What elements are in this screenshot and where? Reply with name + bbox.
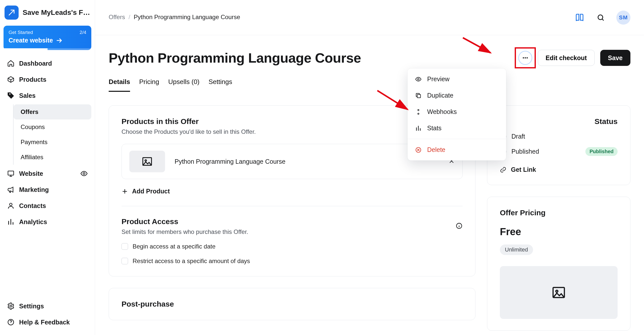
eye-icon	[415, 76, 422, 82]
brand[interactable]: Save MyLeads's F…	[5, 6, 90, 20]
svg-rect-0	[8, 171, 14, 175]
docs-button[interactable]	[574, 12, 585, 23]
subnav-affiliates[interactable]: Affiliates	[14, 150, 91, 165]
info-button[interactable]	[456, 222, 463, 230]
radio-label: Draft	[511, 133, 525, 140]
save-button[interactable]: Save	[600, 50, 630, 66]
nav-label: Products	[19, 76, 46, 83]
svg-rect-15	[417, 94, 421, 98]
avatar[interactable]: SM	[616, 11, 630, 25]
info-icon	[456, 222, 463, 229]
getting-started-card[interactable]: Get Started 2/4 Create website	[4, 26, 91, 50]
tab-details[interactable]: Details	[109, 78, 130, 92]
section-title: Product Access	[122, 217, 248, 226]
menu-preview[interactable]: Preview	[408, 71, 506, 87]
menu-webhooks[interactable]: Webhooks	[408, 104, 506, 120]
plus-icon	[122, 188, 128, 195]
section-title: Offer Pricing	[500, 208, 618, 217]
subnav-coupons[interactable]: Coupons	[14, 119, 91, 135]
checkbox-label: Begin access at a specific date	[133, 243, 216, 250]
subnav-payments[interactable]: Payments	[14, 135, 91, 150]
link-icon	[500, 166, 506, 173]
nav-products[interactable]: Products	[4, 72, 91, 87]
menu-label: Stats	[427, 124, 441, 132]
image-icon	[551, 285, 566, 300]
nav-analytics[interactable]: Analytics	[4, 214, 91, 230]
tab-settings[interactable]: Settings	[209, 78, 232, 92]
nav-label: Analytics	[19, 218, 47, 226]
cta-progress-bar	[4, 48, 91, 50]
more-menu: Preview Duplicate Webhooks Stats Delete	[408, 68, 506, 160]
edit-checkout-button[interactable]: Edit checkout	[538, 50, 595, 66]
svg-point-2	[10, 203, 12, 206]
svg-point-7	[525, 57, 526, 59]
svg-point-1	[83, 173, 85, 175]
add-product-button[interactable]: Add Product	[122, 188, 463, 195]
eye-icon[interactable]	[80, 170, 88, 177]
stats-icon	[415, 125, 422, 132]
menu-duplicate[interactable]: Duplicate	[408, 87, 506, 104]
status-panel: Status Draft Published Published Get Lin…	[487, 105, 630, 185]
nav-settings[interactable]: Settings	[4, 298, 91, 314]
breadcrumb-root[interactable]: Offers	[109, 14, 125, 21]
checkbox-begin-date[interactable]: Begin access at a specific date	[122, 243, 463, 250]
more-button[interactable]	[518, 51, 532, 65]
topbar: Offers / Python Programming Language Cou…	[95, 0, 644, 35]
checkbox-icon	[122, 243, 128, 250]
page-title: Python Programming Language Course	[109, 50, 361, 66]
menu-label: Duplicate	[427, 92, 453, 99]
delete-icon	[415, 147, 422, 153]
subnav-offers[interactable]: Offers	[14, 104, 91, 119]
chart-icon	[7, 218, 15, 226]
breadcrumb-sep: /	[129, 14, 130, 21]
status-option-draft[interactable]: Draft	[500, 133, 618, 140]
tab-pricing[interactable]: Pricing	[139, 78, 159, 92]
primary-nav: Dashboard Products Sales Offers Coupons …	[4, 56, 91, 230]
breadcrumb: Offers / Python Programming Language Cou…	[109, 14, 240, 21]
checkbox-label: Restrict access to a specific amount of …	[133, 258, 250, 265]
menu-stats[interactable]: Stats	[408, 120, 506, 136]
search-button[interactable]	[595, 12, 606, 23]
nav-label: Marketing	[19, 186, 49, 193]
tab-upsells[interactable]: Upsells (0)	[168, 78, 199, 92]
product-thumbnail	[129, 151, 165, 172]
help-icon	[7, 318, 15, 326]
nav-help[interactable]: Help & Feedback	[4, 314, 91, 330]
cta-progress-text: 2/4	[80, 30, 86, 35]
nav-marketing[interactable]: Marketing	[4, 182, 91, 197]
nav-dashboard[interactable]: Dashboard	[4, 56, 91, 71]
cta-label: Get Started	[9, 30, 33, 35]
pricing-image-placeholder[interactable]	[500, 266, 618, 319]
nav-website[interactable]: Website	[4, 166, 91, 181]
checkbox-restrict-days[interactable]: Restrict access to a specific amount of …	[122, 258, 463, 265]
breadcrumb-current: Python Programming Language Course	[134, 14, 240, 21]
nav-label: Contacts	[19, 202, 46, 210]
nav-label: Help & Feedback	[19, 319, 70, 326]
menu-separator	[408, 139, 506, 139]
svg-point-14	[418, 78, 419, 80]
tag-icon	[7, 92, 15, 99]
menu-delete[interactable]: Delete	[408, 142, 506, 158]
nav-label: Dashboard	[19, 60, 52, 67]
gear-icon	[7, 302, 15, 310]
home-icon	[7, 60, 15, 67]
nav-contacts[interactable]: Contacts	[4, 198, 91, 214]
arrow-right-icon	[56, 37, 63, 44]
price-value: Free	[500, 226, 618, 237]
svg-point-13	[556, 290, 558, 292]
monitor-icon	[7, 170, 15, 177]
status-option-published[interactable]: Published Published	[500, 147, 618, 156]
search-icon	[597, 14, 605, 22]
section-subtitle: Set limits for members who purchase this…	[122, 228, 248, 235]
section-title: Status	[500, 117, 618, 126]
nav-label: Sales	[19, 92, 35, 99]
nav-sales[interactable]: Sales	[4, 88, 91, 103]
svg-point-10	[145, 160, 146, 161]
get-link-label: Get Link	[511, 166, 536, 173]
megaphone-icon	[7, 186, 15, 193]
menu-label: Webhooks	[427, 108, 457, 115]
get-link-button[interactable]: Get Link	[500, 166, 618, 173]
sidebar: Save MyLeads's F… Get Started 2/4 Create…	[0, 0, 95, 335]
copy-icon	[415, 92, 422, 99]
brand-logo	[5, 6, 19, 20]
